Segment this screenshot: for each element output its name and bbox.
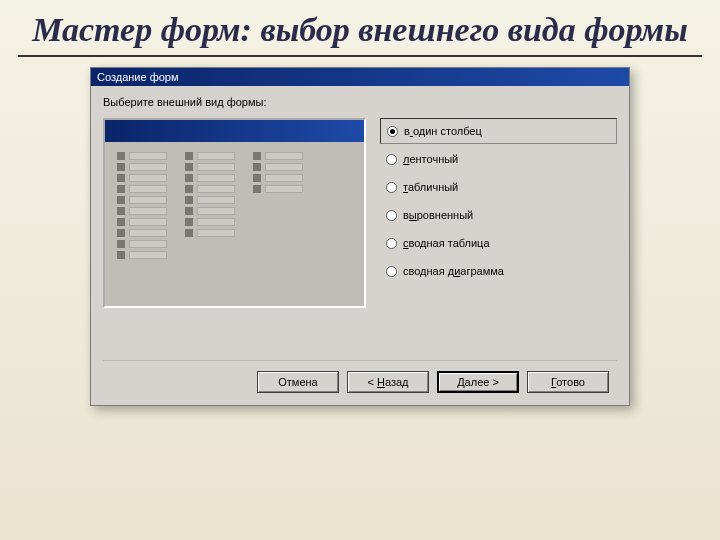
option-label: сводная диаграмма	[403, 265, 504, 277]
layout-option-1[interactable]: ленточный	[380, 146, 617, 172]
radio-icon	[386, 238, 397, 249]
preview-grid	[105, 142, 364, 269]
layout-option-5[interactable]: сводная диаграмма	[380, 258, 617, 284]
main-row: в один столбецленточныйтабличныйвыровнен…	[103, 118, 617, 308]
radio-icon	[386, 266, 397, 277]
radio-icon	[386, 182, 397, 193]
layout-option-3[interactable]: выровненный	[380, 202, 617, 228]
preview-header	[105, 120, 364, 142]
dialog-body: Выберите внешний вид формы:	[91, 86, 629, 405]
dialog-titlebar: Создание форм	[91, 68, 629, 86]
layout-option-0[interactable]: в один столбец	[380, 118, 617, 144]
layout-options: в один столбецленточныйтабличныйвыровнен…	[380, 118, 617, 284]
option-label: выровненный	[403, 209, 473, 221]
slide-title: Мастер форм: выбор внешнего вида формы	[0, 0, 720, 55]
finish-button[interactable]: Готово	[527, 371, 609, 393]
title-rule	[18, 55, 702, 57]
cancel-button[interactable]: Отмена	[257, 371, 339, 393]
option-label: сводная таблица	[403, 237, 490, 249]
option-label: табличный	[403, 181, 458, 193]
layout-option-4[interactable]: сводная таблица	[380, 230, 617, 256]
option-label: в один столбец	[404, 125, 482, 137]
radio-icon	[386, 154, 397, 165]
wizard-dialog: Создание форм Выберите внешний вид формы…	[90, 67, 630, 406]
button-row: Отмена < Назад Далее > Готово	[103, 360, 617, 405]
radio-icon	[387, 126, 398, 137]
next-button[interactable]: Далее >	[437, 371, 519, 393]
option-label: ленточный	[403, 153, 458, 165]
back-button[interactable]: < Назад	[347, 371, 429, 393]
layout-preview	[103, 118, 366, 308]
radio-icon	[386, 210, 397, 221]
instruction-text: Выберите внешний вид формы:	[103, 96, 617, 108]
layout-option-2[interactable]: табличный	[380, 174, 617, 200]
